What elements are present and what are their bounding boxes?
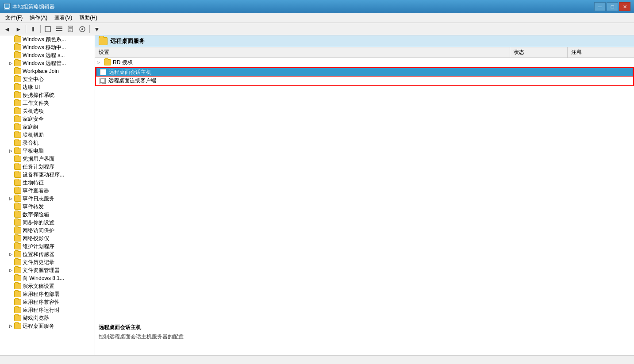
sidebar-item-digital-locker[interactable]: 数字保险箱 [0, 211, 95, 218]
sidebar-item-sync-settings[interactable]: 同步你的设置 [0, 218, 95, 226]
svg-rect-6 [56, 30, 62, 31]
folder-icon [14, 116, 21, 122]
expander-icon: ▷ [7, 251, 14, 258]
sidebar-item-event-viewer[interactable]: 事件查看器 [0, 187, 95, 195]
sidebar-item-task-scheduler[interactable]: 任务计划程序 [0, 163, 95, 171]
sidebar-item-file-history[interactable]: 文件历史记录 [0, 258, 95, 266]
show-hide-button[interactable] [42, 24, 53, 34]
folder-icon [14, 156, 21, 162]
sidebar-item-workplace-join[interactable]: Workplace Join [0, 67, 95, 75]
sidebar-item-label: 家庭组 [23, 123, 38, 131]
expander-icon [7, 187, 14, 194]
sidebar-item-homegroup[interactable]: 家庭组 [0, 123, 95, 131]
up-button[interactable]: ⬆ [28, 24, 38, 34]
sidebar-item-label: 数字保险箱 [23, 211, 49, 218]
sidebar-tree: Windows 颜色系... Windows 移动中... Windows 远程… [0, 35, 95, 355]
sidebar-item-nap[interactable]: 网络访问保护 [0, 226, 95, 234]
svg-rect-0 [4, 4, 10, 8]
section-expander-icon: ▷ [97, 60, 104, 65]
sidebar-item-windows81[interactable]: 向 Windows 8.1... [0, 274, 95, 282]
expander-icon [7, 307, 14, 314]
sidebar-item-windows-color[interactable]: Windows 颜色系... [0, 35, 95, 43]
sidebar-item-windows-remote-mgmt[interactable]: ▷ Windows 远程管... [0, 59, 95, 67]
sidebar-item-label: 应用程序运行时 [23, 307, 60, 314]
sidebar-item-edge-ui[interactable]: 边缘 UI [0, 83, 95, 91]
expander-icon [7, 131, 14, 138]
expander-icon [7, 179, 14, 186]
title-bar-left: 本地组策略编辑器 [4, 3, 55, 11]
sidebar-item-remote-desktop[interactable]: ▷ 远程桌面服务 [0, 322, 95, 330]
sidebar-item-file-explorer[interactable]: ▷ 文件资源管理器 [0, 266, 95, 274]
table-row[interactable]: 远程桌面会话主机 [96, 68, 633, 77]
sidebar-item-label: 位置和传感器 [23, 251, 54, 258]
forward-button[interactable]: ► [13, 24, 24, 34]
menu-file[interactable]: 文件(F) [2, 13, 26, 23]
folder-icon [14, 140, 21, 146]
sidebar-item-presentation[interactable]: 演示文稿设置 [0, 282, 95, 290]
sidebar-item-game-browser[interactable]: 游戏浏览器 [0, 314, 95, 322]
table-row[interactable]: 远程桌面连接客户端 [96, 77, 633, 85]
back-button[interactable]: ◄ [2, 24, 12, 34]
folder-icon [14, 227, 21, 234]
sidebar-item-windows-remote-s[interactable]: Windows 远程 s... [0, 51, 95, 59]
sidebar-item-biometrics[interactable]: 生物特征 [0, 179, 95, 187]
content-area: 远程桌面服务 设置 状态 注释 ▷ RD 授权 [95, 35, 634, 355]
close-button[interactable]: ✕ [619, 2, 630, 11]
sidebar-item-label: Workplace Join [23, 68, 59, 74]
sidebar-item-event-log[interactable]: ▷ 事件日志服务 [0, 195, 95, 203]
expander-icon: ▷ [7, 147, 14, 154]
sidebar-item-label: 生物特征 [23, 179, 44, 187]
sidebar-item-label: 边缘 UI [23, 84, 40, 91]
sidebar-item-windows-mobile[interactable]: Windows 移动中... [0, 43, 95, 51]
sidebar-item-work-folder[interactable]: 工作文件夹 [0, 99, 95, 107]
folder-icon [14, 148, 21, 154]
sidebar-item-maintenance[interactable]: 维护计划程序 [0, 242, 95, 250]
svg-rect-4 [56, 27, 62, 27]
sidebar-item-network-projector[interactable]: 网络投影仪 [0, 234, 95, 242]
table-content: ▷ RD 授权 [95, 58, 634, 320]
sidebar-item-tablet[interactable]: ▷ 平板电脑 [0, 147, 95, 155]
sidebar-item-app-pkg[interactable]: 应用程序包部署 [0, 290, 95, 298]
desc-title: 远程桌面会话主机 [99, 324, 630, 331]
svg-rect-1 [5, 8, 9, 9]
folder-icon [14, 219, 21, 226]
sidebar-item-credential-ui[interactable]: 凭据用户界面 [0, 155, 95, 163]
export-button[interactable] [65, 24, 76, 34]
svg-rect-3 [45, 27, 50, 32]
folder-icon [14, 60, 21, 66]
sidebar-item-family-safety[interactable]: 家庭安全 [0, 115, 95, 123]
sidebar-item-app-runtime[interactable]: 应用程序运行时 [0, 306, 95, 314]
row-setting-icon [100, 69, 106, 75]
menu-help[interactable]: 帮助(H) [76, 13, 101, 23]
sidebar-item-event-forward[interactable]: 事件转发 [0, 203, 95, 211]
sidebar-item-location-sensor[interactable]: ▷ 位置和传感器 [0, 250, 95, 258]
sidebar-item-online-help[interactable]: 联机帮助 [0, 131, 95, 139]
sidebar-item-label: 关机选项 [23, 107, 44, 115]
sidebar-item-app-compat[interactable]: 应用程序兼容性 [0, 298, 95, 306]
col-setting-label: 设置 [95, 47, 510, 57]
filter-button[interactable]: ▼ [92, 24, 102, 34]
expander-icon [7, 115, 14, 123]
sidebar-item-security-center[interactable]: 安全中心 [0, 75, 95, 83]
menu-view[interactable]: 查看(V) [51, 13, 76, 23]
expander-icon: ▷ [7, 267, 14, 274]
sidebar-item-portable-os[interactable]: 便携操作系统 [0, 91, 95, 99]
expander-icon [7, 163, 14, 170]
menu-action[interactable]: 操作(A) [26, 13, 51, 23]
sidebar-item-devices-drivers[interactable]: 设备和驱动程序... [0, 171, 95, 179]
import-button[interactable] [77, 24, 88, 34]
minimize-button[interactable]: ─ [594, 2, 606, 11]
properties-button[interactable] [54, 24, 65, 34]
app-icon [4, 3, 11, 10]
sidebar-item-label: 凭据用户界面 [23, 155, 54, 163]
sidebar-item-shutdown[interactable]: 关机选项 [0, 107, 95, 115]
expander-icon: ▷ [7, 322, 14, 330]
maximize-button[interactable]: □ [607, 2, 618, 11]
svg-rect-2 [5, 9, 9, 9]
content-header-title: 远程桌面服务 [110, 37, 145, 45]
svg-rect-16 [100, 79, 105, 82]
expander-icon [7, 235, 14, 242]
sidebar-item-label: 演示文稿设置 [23, 283, 54, 290]
section-rd-license[interactable]: ▷ RD 授权 [95, 58, 634, 67]
sidebar-item-recorder[interactable]: 录音机 [0, 139, 95, 147]
